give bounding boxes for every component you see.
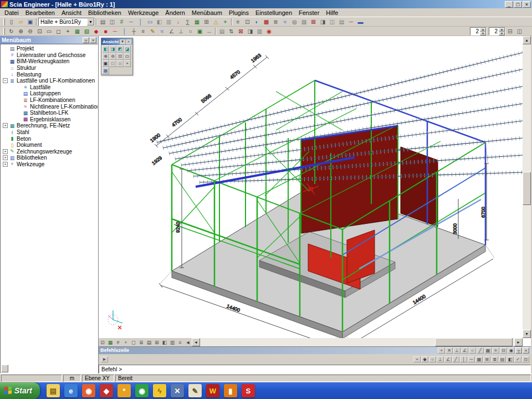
render-mode-icon[interactable]: ▦	[102, 67, 109, 74]
expand-toggle-icon[interactable]	[3, 78, 8, 83]
home-view-icon[interactable]: ⌂	[116, 60, 124, 67]
wave-icon[interactable]: ≈	[280, 18, 290, 26]
box-toggle-icon[interactable]: ◻	[130, 339, 137, 346]
plate-icon[interactable]: ▭	[145, 18, 155, 26]
grid-toggle-icon[interactable]: #	[114, 339, 122, 346]
expand-toggle-icon[interactable]	[3, 149, 8, 154]
expand-toggle-icon[interactable]	[3, 123, 8, 128]
zoom-window-icon[interactable]: ⊡	[35, 27, 44, 35]
tree-item[interactable]: ▮ Beton	[1, 135, 98, 142]
coord-perp-icon[interactable]: ⊥	[437, 356, 444, 362]
spinner-arrows-icon[interactable]: ▲▼	[499, 28, 505, 35]
tree-item[interactable]: # Linienraster und Geschosse	[1, 52, 98, 59]
menu-item[interactable]: Hilfe	[323, 9, 341, 17]
collapse-icon[interactable]: ⊟	[505, 27, 515, 35]
chrome-icon[interactable]: ◉	[135, 384, 149, 397]
selection-icon[interactable]: ⊡	[243, 18, 252, 26]
tree-item[interactable]: ▤ Projekt	[1, 45, 98, 52]
menu-item[interactable]: Ansicht	[58, 9, 85, 17]
scroll-left-icon[interactable]: ◄	[192, 338, 200, 346]
snap-grid-icon[interactable]: ▦	[484, 347, 492, 354]
perp-icon[interactable]: ⊥	[176, 27, 186, 35]
view-front-icon[interactable]: ◨	[109, 45, 116, 53]
grid2-toggle-icon[interactable]: ▥	[168, 339, 176, 346]
coord-vline-icon[interactable]: │	[460, 356, 467, 362]
save-icon[interactable]: ▣	[25, 18, 35, 26]
add-icon[interactable]: +	[221, 18, 230, 26]
sheet-icon[interactable]: ▤	[217, 27, 227, 35]
target-icon[interactable]: ◎	[290, 18, 299, 26]
clip-icon[interactable]: ⊠	[309, 18, 318, 26]
pencil-icon[interactable]: ✎	[188, 384, 202, 397]
tree-item[interactable]: + Werkzeuge	[1, 161, 98, 168]
snap-cross-icon[interactable]: +	[438, 347, 445, 354]
coord-abs-icon[interactable]: +	[413, 356, 421, 362]
list-icon[interactable]: ≣	[271, 18, 280, 26]
coord-ok-icon[interactable]: ✓	[514, 356, 521, 362]
column-icon[interactable]: │	[136, 18, 145, 26]
tree-item[interactable]: ⌂ Struktur	[1, 65, 98, 71]
calculate-icon[interactable]: ⊞	[202, 18, 211, 26]
zoom-plus-icon[interactable]: ⊕	[102, 53, 109, 60]
tree-item[interactable]: ≈ Nichtlineare LF-Kombinationen	[1, 103, 98, 110]
zoom-all-icon[interactable]: ▭	[124, 53, 131, 60]
view-axo-icon[interactable]: ◪	[124, 45, 131, 53]
menu-item[interactable]: Plugins	[226, 9, 252, 17]
tree-item[interactable]: ↓ Belastung	[1, 71, 98, 78]
winamp-icon[interactable]: W	[206, 384, 219, 397]
tree-item[interactable]: ▦ BIM-Werkzeugkasten	[1, 58, 98, 65]
coord-sel-icon[interactable]: ⊡	[522, 356, 529, 362]
view-box-icon[interactable]: ◻	[54, 27, 63, 35]
expand-toggle-icon[interactable]	[3, 162, 8, 167]
bluebar-icon[interactable]: ▬	[356, 18, 365, 26]
snap-angle-icon[interactable]: ∠	[461, 347, 468, 354]
minimize-button[interactable]: _	[505, 1, 513, 8]
model-3d-view[interactable]: 1963 4570 5066 4700 1900 1929 9240 670	[99, 36, 523, 338]
circle-icon[interactable]: ○	[186, 27, 195, 35]
zoom-rect-icon[interactable]: ⊡	[116, 53, 124, 60]
mesh2-icon[interactable]: ▦	[73, 27, 82, 35]
snap-center-icon[interactable]: ◉	[508, 347, 515, 354]
toolbar-grip[interactable]	[3, 28, 5, 35]
scroll-up-icon[interactable]: ▲	[523, 36, 531, 44]
close-panel-icon[interactable]: ×	[523, 347, 529, 354]
tools-icon[interactable]: ✕	[171, 384, 184, 397]
open-folder-icon[interactable]: ▱	[16, 18, 25, 26]
coord-grid-icon[interactable]: ▦	[475, 356, 483, 362]
teamwork-icon[interactable]: ◫	[108, 18, 117, 26]
hatch2-icon[interactable]: ▧	[82, 27, 91, 35]
sum-icon[interactable]: ∑	[183, 18, 192, 26]
coord-circle-icon[interactable]: ○	[429, 356, 436, 362]
filled-icon[interactable]: ▣	[195, 27, 204, 35]
pin-icon[interactable]: ┬	[83, 37, 89, 43]
vertical-scrollbar[interactable]: ▲ ▼	[523, 36, 531, 338]
coord-hline-icon[interactable]: ─	[468, 356, 475, 362]
tree-item[interactable]: ✎ Zeichnungswerkzeuge	[1, 149, 98, 155]
command-input[interactable]	[99, 365, 531, 374]
window-icon[interactable]: ◫	[515, 27, 524, 35]
status-plane[interactable]: Ebene XY	[82, 375, 114, 382]
snap-box-icon[interactable]: ⊡	[99, 339, 106, 346]
print-icon[interactable]: ▤	[98, 18, 108, 26]
coord-sheet-icon[interactable]: ▤	[499, 356, 506, 362]
snap-lines-icon[interactable]: ≡	[492, 347, 499, 354]
browser-icon[interactable]: ◉	[82, 384, 95, 397]
updown-icon[interactable]: ⇅	[227, 27, 236, 35]
delete-icon[interactable]: ⊠	[236, 27, 245, 35]
pan-icon[interactable]: +	[63, 27, 73, 35]
half-toggle-icon[interactable]: ◧	[161, 339, 168, 346]
zoom-all-icon[interactable]: ▭	[44, 27, 54, 35]
menu-item[interactable]: Datei	[1, 9, 22, 17]
stack-toggle-icon[interactable]: ≡	[176, 339, 184, 346]
menu-item[interactable]: Menübaum	[188, 9, 226, 17]
scroll-right-icon[interactable]: ►	[514, 338, 523, 346]
snap-box-icon[interactable]: ⊡	[500, 347, 507, 354]
wire-icon[interactable]: □	[109, 60, 116, 67]
coord-angle-icon[interactable]: ∠	[444, 356, 452, 362]
toolbar-grip[interactable]	[3, 18, 5, 25]
menu-item[interactable]: Fenster	[295, 9, 323, 17]
stack-icon[interactable]: ≡	[139, 27, 148, 35]
scroll-thumb[interactable]	[435, 338, 513, 346]
menu-item[interactable]: Werkzeuge	[125, 9, 162, 17]
view-top-icon[interactable]: ◧	[102, 45, 109, 53]
